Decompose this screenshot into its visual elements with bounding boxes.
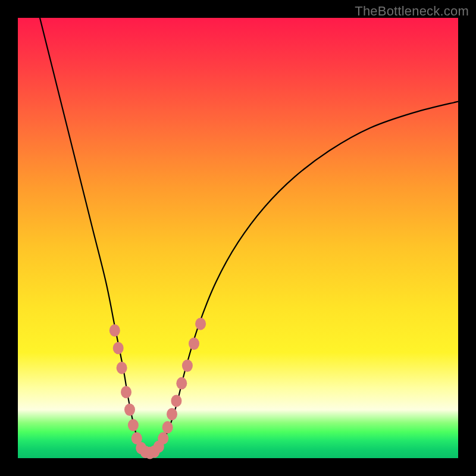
watermark-text: TheBottleneck.com [355, 4, 469, 19]
curve-marker [117, 362, 127, 374]
curve-marker [109, 324, 120, 337]
curve-marker [162, 421, 173, 434]
curve-marker [176, 377, 187, 390]
curve-marker [113, 342, 124, 355]
curve-marker [182, 359, 193, 372]
curve-marker [128, 419, 139, 431]
curve-marker [121, 386, 131, 399]
curve-marker [167, 408, 177, 421]
chart-svg [18, 18, 458, 458]
curve-marker [171, 394, 181, 407]
curve-marker [195, 318, 206, 330]
chart-plot-area [18, 18, 458, 458]
chart-frame: TheBottleneck.com [0, 0, 476, 476]
curve-markers [109, 318, 206, 459]
curve-marker [189, 337, 199, 350]
bottleneck-curve [40, 18, 458, 453]
curve-marker [124, 403, 135, 416]
curve-marker [158, 432, 168, 444]
